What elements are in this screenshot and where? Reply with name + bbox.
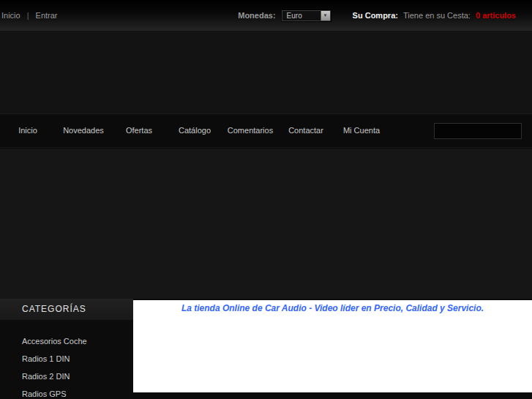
topbar-link-entrar[interactable]: Entrar bbox=[36, 11, 58, 20]
currency-select[interactable]: Euro ▼ bbox=[282, 10, 331, 21]
search-input[interactable] bbox=[434, 123, 522, 139]
sidebar-item-radios-gps[interactable]: Radios GPS bbox=[0, 385, 133, 399]
nav-item-catalogo[interactable]: Catálogo bbox=[167, 114, 222, 147]
banner-area bbox=[0, 148, 532, 299]
sidebar-categories: CATEGORÍAS Accesorios Coche Radios 1 DIN… bbox=[0, 299, 133, 399]
cart-label: Su Compra: bbox=[353, 11, 398, 20]
sidebar-title: CATEGORÍAS bbox=[0, 299, 133, 320]
cart-text: Tiene en su Cesta: bbox=[403, 11, 471, 20]
nav-item-comentarios[interactable]: Comentarios bbox=[222, 114, 278, 147]
nav-item-ofertas[interactable]: Ofertas bbox=[111, 114, 167, 147]
topbar: Inicio | Entrar Monedas: Euro ▼ Su Compr… bbox=[0, 0, 532, 31]
cart-status: Su Compra: Tiene en su Cesta: 0 articulo… bbox=[353, 11, 516, 20]
currency-label: Monedas: bbox=[238, 11, 275, 20]
header-logo-area bbox=[0, 31, 532, 113]
chevron-down-icon: ▼ bbox=[321, 11, 330, 20]
storefront-page: Inicio | Entrar Monedas: Euro ▼ Su Compr… bbox=[0, 0, 532, 399]
nav-item-novedades[interactable]: Novedades bbox=[56, 114, 111, 147]
nav-item-mi-cuenta[interactable]: Mi Cuenta bbox=[334, 114, 389, 147]
nav-item-inicio[interactable]: Inicio bbox=[0, 114, 56, 147]
store-tagline: La tienda Online de Car Audio - Video lí… bbox=[133, 300, 532, 313]
sidebar-item-accesorios-coche[interactable]: Accesorios Coche bbox=[0, 332, 133, 350]
category-list: Accesorios Coche Radios 1 DIN Radios 2 D… bbox=[0, 332, 133, 399]
cart-count: 0 articulos bbox=[476, 11, 516, 20]
content-row: CATEGORÍAS Accesorios Coche Radios 1 DIN… bbox=[0, 299, 532, 399]
sidebar-item-radios-2-din[interactable]: Radios 2 DIN bbox=[0, 368, 133, 385]
topbar-separator: | bbox=[27, 11, 29, 20]
main-content: La tienda Online de Car Audio - Video lí… bbox=[133, 300, 532, 392]
sidebar-item-radios-1-din[interactable]: Radios 1 DIN bbox=[0, 350, 133, 368]
nav-item-contactar[interactable]: Contactar bbox=[278, 114, 334, 147]
main-nav: Inicio Novedades Ofertas Catálogo Coment… bbox=[0, 113, 532, 148]
currency-selected-value: Euro bbox=[282, 11, 321, 20]
topbar-link-inicio[interactable]: Inicio bbox=[1, 11, 20, 20]
